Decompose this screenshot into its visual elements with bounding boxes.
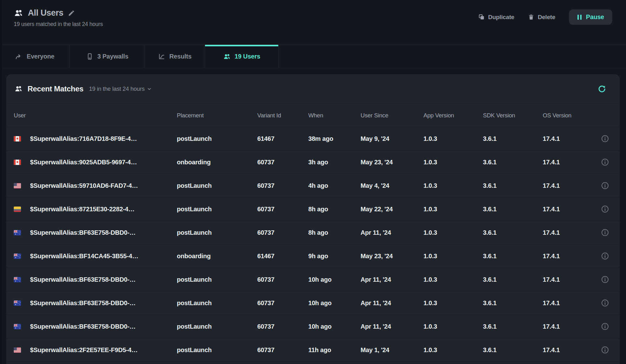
info-icon[interactable] <box>601 346 609 354</box>
info-icon[interactable] <box>601 275 609 284</box>
app-version-value: 1.0.3 <box>423 300 483 307</box>
country-flag <box>14 160 21 165</box>
os-version-value: 17.4.1 <box>543 229 598 236</box>
sdk-version-value: 3.6.1 <box>483 323 543 330</box>
table-row[interactable]: $SuperwallAlias:9025ADB5-9697-4… onboard… <box>6 150 620 174</box>
info-icon[interactable] <box>601 322 609 331</box>
user-since-value: May 22, '24 <box>361 206 423 213</box>
user-alias: $SuperwallAlias:9025ADB5-9697-4… <box>30 159 137 166</box>
time-range-dropdown[interactable]: 19 in the last 24 hours <box>89 85 152 92</box>
campaign-header: All Users 19 users matched in the last 2… <box>0 0 626 45</box>
info-icon[interactable] <box>601 158 609 166</box>
sdk-version-value: 3.6.1 <box>483 135 543 142</box>
info-icon[interactable] <box>601 205 609 213</box>
os-version-value: 17.4.1 <box>543 346 598 354</box>
table-row[interactable]: $SuperwallAlias:BF63E758-DBD0-… postLaun… <box>6 268 620 291</box>
when-value: 10h ago <box>308 300 361 307</box>
delete-button[interactable]: Delete <box>528 14 555 21</box>
user-alias: $SuperwallAlias:BF63E758-DBD0-… <box>30 300 136 307</box>
table-row[interactable]: $SuperwallAlias:2F2E57EE-F9D5-4… postLau… <box>6 338 620 361</box>
variant-id-value: 60737 <box>257 323 308 330</box>
when-value: 10h ago <box>308 276 361 283</box>
when-value: 4h ago <box>308 182 361 189</box>
app-version-value: 1.0.3 <box>423 206 483 213</box>
tab-users[interactable]: 19 Users <box>205 45 279 68</box>
campaign-tabs: Everyone 3 Paywalls Results 19 Users <box>0 45 626 68</box>
edit-pencil-icon[interactable] <box>68 10 75 17</box>
user-since-value: May 23, '24 <box>361 253 423 260</box>
placement-value: postLaunch <box>177 182 257 189</box>
info-icon[interactable] <box>601 135 609 143</box>
country-flag <box>14 207 21 212</box>
country-flag <box>14 136 21 141</box>
app-version-value: 1.0.3 <box>423 323 483 330</box>
placement-value: postLaunch <box>177 206 257 213</box>
info-icon[interactable] <box>601 228 609 237</box>
sdk-version-value: 3.6.1 <box>483 253 543 260</box>
when-value: 10h ago <box>308 323 361 330</box>
user-since-value: May 4, '24 <box>361 182 423 189</box>
variant-id-value: 61467 <box>257 253 308 260</box>
sdk-version-value: 3.6.1 <box>483 159 543 166</box>
tab-everyone[interactable]: Everyone <box>0 45 70 68</box>
user-alias: $SuperwallAlias:716A7D18-8F9E-4… <box>30 135 137 142</box>
user-since-value: Apr 11, '24 <box>361 276 423 283</box>
table-row[interactable]: $SuperwallAlias:BF14CA45-3B55-4… onboard… <box>6 244 620 268</box>
col-user-since: User Since <box>361 112 423 119</box>
os-version-value: 17.4.1 <box>543 276 598 283</box>
duplicate-button[interactable]: Duplicate <box>478 14 515 21</box>
user-since-value: May 23, '24 <box>361 159 423 166</box>
table-row[interactable]: $SuperwallAlias:59710AD6-FAD7-4… postLau… <box>6 174 620 197</box>
info-icon[interactable] <box>601 299 609 307</box>
users-icon <box>223 53 231 60</box>
variant-id-value: 60737 <box>257 276 308 283</box>
app-version-value: 1.0.3 <box>423 159 483 166</box>
info-icon[interactable] <box>601 252 609 260</box>
col-sdk-version: SDK Version <box>483 112 543 119</box>
user-since-value: May 1, '24 <box>361 346 423 354</box>
country-flag <box>14 324 21 329</box>
variant-id-value: 60737 <box>257 206 308 213</box>
when-value: 38m ago <box>308 135 361 142</box>
user-alias: $SuperwallAlias:BF63E758-DBD0-… <box>30 323 136 330</box>
os-version-value: 17.4.1 <box>543 323 598 330</box>
table-row[interactable]: $SuperwallAlias:87215E30-2282-4… postLau… <box>6 197 620 221</box>
chart-curve-icon <box>158 53 165 60</box>
variant-id-value: 61467 <box>257 135 308 142</box>
os-version-value: 17.4.1 <box>543 135 598 142</box>
col-when: When <box>308 112 361 119</box>
campaign-title-block: All Users 19 users matched in the last 2… <box>14 8 103 28</box>
trash-icon <box>528 14 534 20</box>
variant-id-value: 60737 <box>257 182 308 189</box>
table-row[interactable]: $SuperwallAlias:BF63E758-DBD0-… postLaun… <box>6 291 620 315</box>
user-since-value: Apr 11, '24 <box>361 323 423 330</box>
user-alias: $SuperwallAlias:2F2E57EE-F9D5-4… <box>30 346 138 354</box>
share-arrow-icon <box>15 53 23 60</box>
table-row[interactable]: $SuperwallAlias:BF63E758-DBD0-… postLaun… <box>6 315 620 338</box>
country-flag <box>14 183 21 188</box>
table-row-partial <box>6 361 620 364</box>
tab-paywalls[interactable]: 3 Paywalls <box>70 45 145 68</box>
user-alias: $SuperwallAlias:87215E30-2282-4… <box>30 206 135 213</box>
info-icon[interactable] <box>601 182 609 190</box>
sdk-version-value: 3.6.1 <box>483 229 543 236</box>
user-alias: $SuperwallAlias:59710AD6-FAD7-4… <box>30 182 138 189</box>
os-version-value: 17.4.1 <box>543 253 598 260</box>
app-version-value: 1.0.3 <box>423 229 483 236</box>
pause-button[interactable]: Pause <box>569 9 612 25</box>
page-title: All Users <box>28 8 63 18</box>
app-version-value: 1.0.3 <box>423 276 483 283</box>
placement-value: postLaunch <box>177 135 257 142</box>
user-since-value: Apr 11, '24 <box>361 229 423 236</box>
variant-id-value: 60737 <box>257 229 308 236</box>
chevron-down-icon <box>147 86 152 91</box>
refresh-button[interactable] <box>598 85 606 93</box>
placement-value: postLaunch <box>177 323 257 330</box>
col-app-version: App Version <box>423 112 483 119</box>
placement-value: postLaunch <box>177 346 257 354</box>
table-row[interactable]: $SuperwallAlias:BF63E758-DBD0-… postLaun… <box>6 221 620 244</box>
tab-results[interactable]: Results <box>145 45 205 68</box>
table-row[interactable]: $SuperwallAlias:716A7D18-8F9E-4… postLau… <box>6 127 620 150</box>
when-value: 9h ago <box>308 253 361 260</box>
when-value: 11h ago <box>308 346 361 354</box>
